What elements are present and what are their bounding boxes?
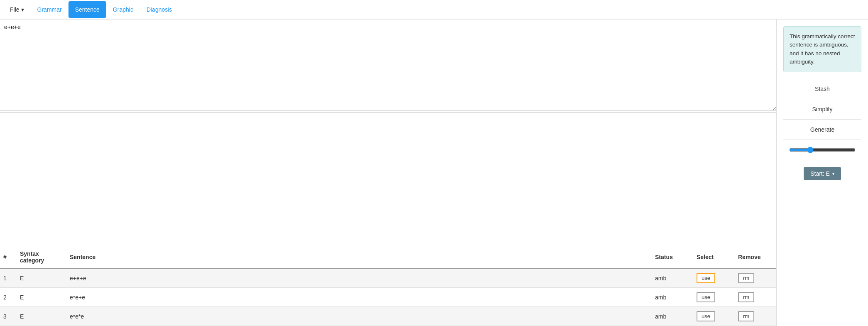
cell-sentence: e+e+e xyxy=(66,268,652,288)
cell-num: 1 xyxy=(0,268,17,288)
col-header-remove: Remove xyxy=(735,246,776,268)
cell-status: amb xyxy=(652,268,693,288)
table-area: # Syntaxcategory Sentence Status Select xyxy=(0,246,776,326)
cell-syntax: E xyxy=(17,268,66,288)
col-header-num: # xyxy=(0,246,17,268)
use-button[interactable]: use xyxy=(697,292,715,302)
nav-grammar[interactable]: Grammar xyxy=(31,1,68,18)
start-button[interactable]: Start: E ▾ xyxy=(804,167,841,180)
sentence-area xyxy=(0,20,776,113)
middle-area xyxy=(0,113,776,246)
chevron-down-icon: ▾ xyxy=(832,172,834,176)
cell-num: 2 xyxy=(0,288,17,307)
left-panel: # Syntaxcategory Sentence Status Select xyxy=(0,20,777,326)
cell-status: amb xyxy=(652,288,693,307)
table-header: # Syntaxcategory Sentence Status Select xyxy=(0,246,776,268)
rm-button[interactable]: rm xyxy=(738,311,754,321)
use-button[interactable]: use xyxy=(697,311,715,321)
col-header-status: Status xyxy=(652,246,693,268)
info-text: This grammatically correct sentence is a… xyxy=(790,33,855,65)
top-nav: File ▾ Grammar Sentence Graphic Diagnosi… xyxy=(0,0,868,20)
col-header-sentence: Sentence xyxy=(66,246,652,268)
cell-syntax: E xyxy=(17,288,66,307)
file-label: File xyxy=(10,6,20,13)
generate-action[interactable]: Generate xyxy=(783,120,861,140)
right-panel: This grammatically correct sentence is a… xyxy=(777,20,868,326)
main-layout: # Syntaxcategory Sentence Status Select xyxy=(0,20,868,326)
info-box: This grammatically correct sentence is a… xyxy=(783,26,861,72)
start-label: Start: E xyxy=(810,170,830,177)
cell-remove: rm xyxy=(735,307,776,326)
generate-slider[interactable] xyxy=(789,147,856,153)
slider-container xyxy=(783,140,861,160)
table-row: 3 E e*e*e amb use rm xyxy=(0,307,776,326)
nav-file[interactable]: File ▾ xyxy=(3,1,31,18)
stash-action[interactable]: Stash xyxy=(783,79,861,99)
cell-select: use xyxy=(693,307,735,326)
table-row: 1 E e+e+e amb use rm xyxy=(0,268,776,288)
cell-num: 3 xyxy=(0,307,17,326)
nav-diagnosis[interactable]: Diagnosis xyxy=(140,1,178,18)
cell-status: amb xyxy=(652,307,693,326)
nav-sentence[interactable]: Sentence xyxy=(68,1,106,18)
cell-syntax: E xyxy=(17,307,66,326)
simplify-label: Simplify xyxy=(812,106,832,113)
col-header-syntax: Syntaxcategory xyxy=(17,246,66,268)
nav-graphic[interactable]: Graphic xyxy=(106,1,140,18)
rm-button[interactable]: rm xyxy=(738,292,754,302)
file-dropdown-icon: ▾ xyxy=(21,6,24,13)
use-button[interactable]: use xyxy=(697,273,715,283)
rm-button[interactable]: rm xyxy=(738,273,754,283)
cell-remove: rm xyxy=(735,268,776,288)
sentence-textarea[interactable] xyxy=(0,20,776,111)
cell-select: use xyxy=(693,268,735,288)
table-body: 1 E e+e+e amb use rm 2 E e*e+e amb use r… xyxy=(0,268,776,326)
generate-label: Generate xyxy=(810,126,834,133)
stash-label: Stash xyxy=(815,86,830,92)
col-header-select: Select xyxy=(693,246,735,268)
simplify-action[interactable]: Simplify xyxy=(783,99,861,120)
cell-sentence: e*e*e xyxy=(66,307,652,326)
cell-remove: rm xyxy=(735,288,776,307)
sentence-table: # Syntaxcategory Sentence Status Select xyxy=(0,246,776,326)
cell-sentence: e*e+e xyxy=(66,288,652,307)
start-btn-container: Start: E ▾ xyxy=(783,160,861,187)
cell-select: use xyxy=(693,288,735,307)
table-row: 2 E e*e+e amb use rm xyxy=(0,288,776,307)
